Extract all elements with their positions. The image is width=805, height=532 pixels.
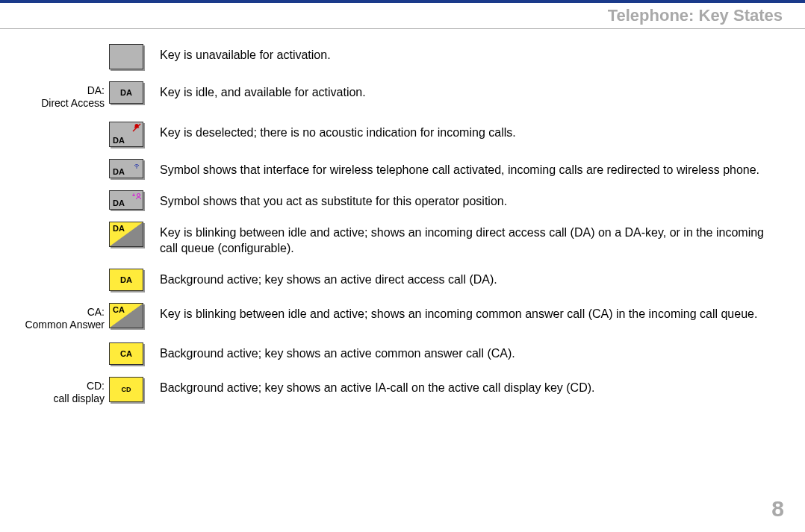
side-label-empty: [0, 342, 109, 345]
side-label-cd-line2: call display: [0, 392, 105, 405]
row-unavailable: Key is unavailable for activation.: [0, 44, 783, 69]
svg-point-3: [137, 193, 140, 196]
wireless-icon: [132, 160, 141, 171]
row-wireless: DA Symbol shows that interface for wirel…: [0, 159, 783, 178]
desc-da-active: Background active; key shows an active d…: [160, 269, 783, 288]
desc-cd-active: Background active; key shows an active I…: [160, 377, 783, 396]
desc-ca-blink: Key is blinking between idle and active;…: [160, 303, 783, 322]
key-label: DA: [113, 136, 125, 145]
side-label-empty: [0, 222, 109, 225]
page-number: 8: [771, 496, 784, 522]
svg-point-1: [136, 167, 137, 169]
side-label-empty: [0, 190, 109, 193]
side-label-da: DA: Direct Access: [0, 81, 109, 110]
key-deselected: DA: [109, 122, 143, 147]
key-wireless: DA: [109, 159, 143, 178]
desc-wireless: Symbol shows that interface for wireless…: [160, 159, 783, 178]
side-label-empty: [0, 159, 109, 162]
desc-substitute: Symbol shows that you act as substitute …: [160, 190, 783, 210]
row-deselected: DA Key is deselected; there is no acoust…: [0, 122, 783, 147]
svg-text:+: +: [132, 193, 135, 198]
row-da-blink: DA Key is blinking between idle and acti…: [0, 222, 783, 257]
key-cd-active: CD: [109, 377, 143, 402]
desc-idle: Key is idle, and available for activatio…: [160, 81, 783, 101]
content-area: Key is unavailable for activation. DA: D…: [0, 29, 805, 405]
key-ca-blinking: CA: [109, 303, 143, 328]
page-title: Telephone: Key States: [0, 3, 805, 28]
key-label: DA: [113, 224, 125, 233]
desc-unavailable: Key is unavailable for activation.: [160, 44, 783, 63]
key-label: DA: [120, 88, 132, 97]
side-label-cd: CD: call display: [0, 377, 109, 405]
key-substitute: + DA: [109, 190, 143, 210]
row-ca-active: CA Background active; key shows an activ…: [0, 342, 783, 365]
key-label: DA: [120, 275, 132, 284]
side-label-da-line2: Direct Access: [0, 97, 105, 110]
row-substitute: + DA Symbol shows that you act as substi…: [0, 190, 783, 210]
row-idle: DA: Direct Access DA Key is idle, and av…: [0, 81, 783, 110]
side-label-cd-line1: CD:: [0, 380, 105, 392]
side-label-empty: [0, 44, 109, 47]
desc-deselected: Key is deselected; there is no acoustic …: [160, 122, 783, 141]
row-da-active: DA Background active; key shows an activ…: [0, 269, 783, 291]
substitute-icon: +: [132, 192, 141, 202]
side-label-empty: [0, 122, 109, 125]
key-ca-active: CA: [109, 342, 143, 365]
key-idle: DA: [109, 81, 143, 104]
key-da-active: DA: [109, 269, 143, 291]
row-cd-active: CD: call display CD Background active; k…: [0, 377, 783, 405]
desc-da-blink: Key is blinking between idle and active;…: [160, 222, 783, 257]
side-label-ca-line1: CA:: [0, 306, 105, 319]
key-da-blinking: DA: [109, 222, 143, 247]
row-ca-blink: CA: Common Answer CA Key is blinking bet…: [0, 303, 783, 331]
side-label-ca: CA: Common Answer: [0, 303, 109, 331]
key-label: CA: [120, 349, 132, 358]
side-label-empty: [0, 269, 109, 272]
desc-ca-active: Background active; key shows an active c…: [160, 342, 783, 362]
key-label: CA: [113, 305, 125, 314]
key-label: DA: [113, 198, 125, 207]
key-unavailable: [109, 44, 143, 69]
key-label: CD: [122, 386, 131, 393]
key-label: DA: [113, 167, 125, 176]
side-label-da-line1: DA:: [0, 84, 105, 97]
bell-off-icon: [132, 123, 141, 134]
side-label-ca-line2: Common Answer: [0, 319, 105, 331]
